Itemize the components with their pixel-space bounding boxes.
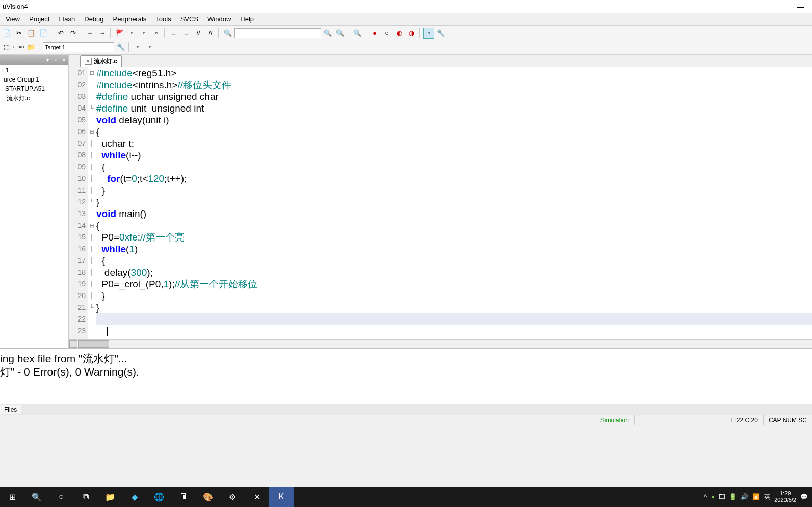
pane-pin-icon[interactable]: ▫ [52,56,59,63]
code-line[interactable]: } [96,302,812,313]
code-line[interactable] [96,313,812,325]
find-prev-icon[interactable]: 🔍 [334,28,346,39]
manage-icon[interactable]: ▫ [133,42,144,53]
app2-icon[interactable]: 🎨 [196,487,220,507]
debug-icon[interactable]: 🔍 [352,28,363,39]
code-line[interactable]: void main() [96,208,812,220]
code-editor[interactable]: 0102030405060708091011121314151617181920… [69,67,812,339]
tray-power-icon[interactable]: 🔋 [729,493,737,500]
breakpoint-clear-icon[interactable]: ◑ [406,28,417,39]
start-button[interactable]: ⊞ [0,487,24,507]
code-line[interactable]: for(t=0;t<120;t++); [96,173,812,184]
keil-icon[interactable]: K [269,487,294,507]
horizontal-scrollbar[interactable] [69,339,812,348]
build-icon[interactable]: LOAD [13,42,24,53]
uncomment-icon[interactable]: // [205,28,216,39]
menu-view[interactable]: View [1,14,24,24]
app1-icon[interactable]: ◆ [122,487,147,507]
tray-volume-icon[interactable]: 🔊 [741,493,748,500]
code-line[interactable]: P0=0xfe;//第一个亮 [96,231,812,243]
bookmark-prev-icon[interactable]: ▫ [126,28,138,39]
code-line[interactable]: #include<reg51.h> [96,67,812,79]
explorer-icon[interactable]: 📁 [98,487,122,507]
code-line[interactable]: } [96,184,812,196]
code-line[interactable]: P0=_crol_(P0,1);//从第一个开始移位 [96,278,812,290]
find-icon[interactable]: 🔍 [222,28,233,39]
system-tray[interactable]: ^ ● 🗔 🔋 🔊 📶 英 1:29 2020/5/2 💬 [704,490,812,503]
rebuild-icon[interactable]: 📁 [25,42,37,53]
tray-notification-icon[interactable]: 💬 [800,493,808,500]
code-line[interactable]: } [96,196,812,208]
pane-close-icon[interactable]: ✕ [60,56,67,63]
bookmark-icon[interactable]: 🚩 [114,28,125,39]
breakpoint-kill-icon[interactable]: ◐ [394,28,405,39]
menu-peripherals[interactable]: Peripherals [109,14,151,24]
code-line[interactable]: #define unit unsigned int [96,102,812,114]
undo-icon[interactable]: ↶ [55,28,66,39]
menu-window[interactable]: Window [203,14,235,24]
minimize-button[interactable]: — [789,0,812,13]
config-icon[interactable]: 🔧 [435,28,447,39]
tree-item[interactable]: STARTUP.A51 [2,84,66,93]
code-line[interactable]: while(i--) [96,149,812,161]
code-line[interactable]: { [96,220,812,231]
options-icon[interactable]: 🔧 [115,42,126,53]
pane-dropdown-icon[interactable]: ▾ [44,56,51,63]
scroll-thumb[interactable] [78,340,109,348]
file-tab[interactable]: ≡ 流水灯.c [80,55,122,67]
forward-icon[interactable]: → [97,28,108,39]
back-icon[interactable]: ← [85,28,96,39]
tray-clock[interactable]: 1:29 2020/5/2 [774,490,796,503]
tray-chevron-icon[interactable]: ^ [704,493,707,500]
scroll-left-icon[interactable] [69,340,77,348]
books-icon[interactable]: ▫ [145,42,156,53]
menu-help[interactable]: Help [235,14,258,24]
code-line[interactable]: uchar t; [96,138,812,149]
code-line[interactable]: delay(300); [96,266,812,278]
menu-debug[interactable]: Debug [80,14,108,24]
menu-flash[interactable]: Flash [54,14,80,24]
code-line[interactable]: { [96,126,812,138]
taskview-icon[interactable]: ⧉ [73,487,98,507]
code-line[interactable]: { [96,255,812,266]
bookmark-next-icon[interactable]: ▫ [139,28,150,39]
browser-icon[interactable]: 🌐 [147,487,171,507]
calculator-icon[interactable]: 🖩 [171,487,196,507]
copy-icon[interactable]: 📋 [25,28,37,39]
bookmark-clear-icon[interactable]: ▫ [151,28,162,39]
code-line[interactable]: void delay(unit i) [96,114,812,126]
tray-network-icon[interactable]: 📶 [752,493,760,500]
code-line[interactable]: { [96,161,812,173]
redo-icon[interactable]: ↷ [67,28,78,39]
menu-svcs[interactable]: SVCS [176,14,203,24]
target-select[interactable]: Target 1 [43,42,114,52]
settings-icon[interactable]: ⚙ [220,487,245,507]
search-icon[interactable]: 🔍 [24,487,49,507]
paste-icon[interactable]: 📄 [38,28,49,39]
project-tree[interactable]: t 1urce Group 1STARTUP.A51流水灯.c [0,65,68,105]
cortana-icon[interactable]: ○ [49,487,73,507]
output-tab[interactable]: Files [0,405,21,414]
menu-tools[interactable]: Tools [151,14,175,24]
tray-ime[interactable]: 英 [764,493,770,501]
find-combo[interactable] [234,28,321,38]
breakpoint-insert-icon[interactable]: ● [369,28,380,39]
menu-project[interactable]: Project [24,14,54,24]
indent-icon[interactable]: ≡ [168,28,179,39]
tree-item[interactable]: urce Group 1 [2,75,66,84]
comment-icon[interactable]: // [193,28,204,39]
code-line[interactable]: while(1) [96,243,812,255]
tray-cloud-icon[interactable]: ● [711,493,715,500]
code-line[interactable]: } [96,290,812,302]
new-file-icon[interactable]: 📄 [1,28,12,39]
outdent-icon[interactable]: ≡ [180,28,192,39]
code-line[interactable] [96,325,812,337]
tree-item[interactable]: t 1 [2,66,66,75]
cut-icon[interactable]: ✂ [13,28,24,39]
tray-battery-icon[interactable]: 🗔 [719,493,725,500]
tree-item[interactable]: 流水灯.c [2,93,66,104]
code-line[interactable]: #define uchar unsigned char [96,91,812,102]
translate-icon[interactable]: ⬚ [1,42,12,53]
breakpoint-disable-icon[interactable]: ○ [381,28,392,39]
window-icon[interactable]: ▫ [423,28,434,39]
